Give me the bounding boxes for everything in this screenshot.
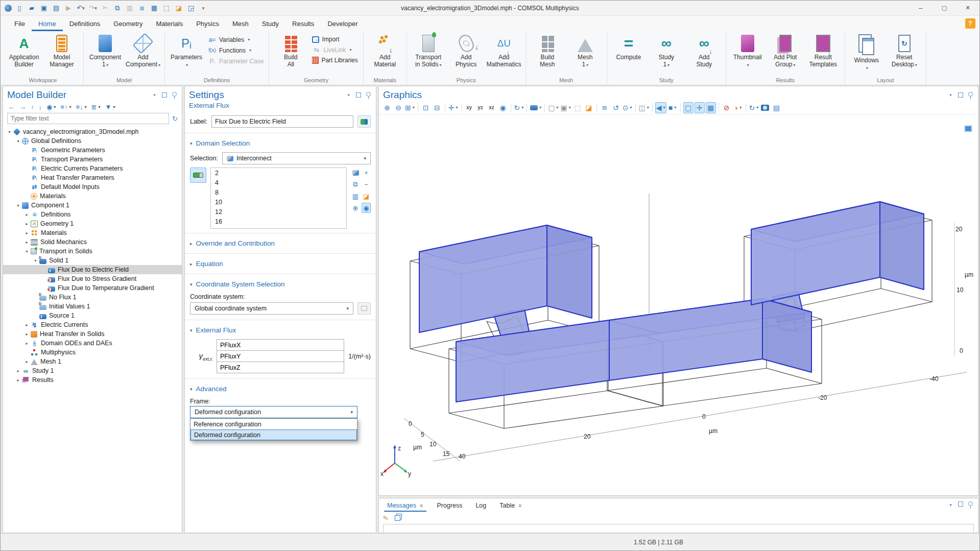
speaker-button[interactable]: ◀▾ (655, 102, 666, 113)
tree-row[interactable]: ▸Study 1 (3, 366, 182, 375)
undo-icon[interactable]: ↶▾ (76, 4, 85, 13)
expand-toggle-icon[interactable]: ▸ (23, 231, 30, 235)
clear-selection-icon[interactable]: ◪ (362, 191, 371, 201)
frame-toggle-button[interactable]: ▢ (683, 102, 694, 113)
expand-toggle-icon[interactable]: ▾ (32, 258, 39, 263)
pin-panel-icon[interactable] (171, 92, 178, 99)
tree-row[interactable]: Heat Transfer Parameters (3, 173, 182, 182)
scene-camera-button[interactable]: ◉ (498, 102, 508, 113)
ribbon-button-parameters[interactable]: Parameters▾ (168, 33, 205, 70)
tree-filter-input[interactable] (7, 113, 169, 124)
pin-panel-icon[interactable] (967, 501, 974, 508)
tree-row[interactable]: ▸Heat Transfer in Solids (3, 329, 182, 339)
save-as-icon[interactable]: ▤ (52, 4, 61, 13)
ribbon-button-functions[interactable]: Functions▾ (206, 46, 266, 55)
tree-row[interactable]: ▸Electric Currents (3, 320, 182, 329)
ribbon-button-parameter-case[interactable]: Parameter Case (206, 57, 266, 65)
tree-row[interactable]: Default Model Inputs (3, 182, 182, 191)
float-panel-icon[interactable] (162, 92, 167, 98)
ribbon-button-reset-desktop[interactable]: ResetDesktop▾ (886, 33, 923, 70)
ribbon-button-windows[interactable]: Windows▾ (848, 33, 885, 74)
copy-messages-icon[interactable] (395, 515, 400, 521)
tree-row[interactable]: ▸Mesh 1 (3, 357, 182, 366)
model-tree-nodes-icon[interactable]: ≣▾ (91, 103, 101, 111)
pin-panel-icon[interactable] (365, 92, 372, 99)
expand-toggle-icon[interactable]: ▸ (15, 378, 21, 382)
tab-definitions[interactable]: Definitions (63, 17, 107, 31)
selection-list-item[interactable]: 10 (211, 198, 346, 208)
panel-menu-caret-icon[interactable]: ▾ (947, 501, 954, 508)
selection-list-item[interactable]: 12 (211, 208, 346, 218)
tree-row[interactable]: ▾Solid 1 (3, 256, 182, 265)
refresh-icon[interactable]: ↻ (172, 115, 178, 123)
wireframe-button[interactable]: ◫▾ (638, 102, 650, 113)
selection-list-item[interactable]: 4 (211, 179, 346, 188)
ribbon-button-livelink[interactable]: LiveLink▾ (310, 45, 360, 54)
go-to-view-button[interactable]: ✛▾ (448, 102, 459, 113)
clear-selection-icon[interactable]: ◪ (174, 4, 183, 13)
tree-row[interactable]: No Flux 1 (3, 293, 182, 302)
expand-toggle-icon[interactable]: ▸ (23, 323, 30, 327)
tree-row[interactable]: ▾Transport in Solids (3, 247, 182, 256)
tree-row[interactable]: Electric Currents Parameters (3, 164, 182, 173)
view-xz-button[interactable]: xz (487, 102, 497, 113)
zoom-extents-button[interactable]: ⊡ (421, 102, 431, 113)
grid-toggle-button[interactable]: ▦ (706, 102, 716, 113)
tab-materials[interactable]: Materials (149, 17, 189, 31)
expand-toggle-icon[interactable]: ▾ (15, 139, 21, 143)
copy-icon[interactable]: ⧉ (113, 4, 122, 13)
selection-list-item[interactable]: 16 (211, 218, 346, 227)
ribbon-button-component[interactable]: Component1▾ (87, 33, 124, 70)
ribbon-button-import[interactable]: Import (310, 35, 360, 43)
flux-field-z[interactable] (217, 362, 344, 373)
graphics-canvas[interactable]: 20100µm40200-20-40µm051015µmzxy (379, 118, 977, 495)
filter-icon[interactable]: ▼▾ (105, 103, 115, 111)
tree-row[interactable]: ▾Component 1 (3, 201, 182, 210)
tab-log[interactable]: Log (472, 500, 489, 512)
update-plot-button[interactable]: ↻▾ (749, 102, 759, 113)
tree-row[interactable]: ▾vacancy_electromigration_3Dmodel.mph (3, 127, 182, 136)
selection-list-item[interactable]: 2 (211, 169, 346, 179)
expand-toggle-icon[interactable]: ▸ (23, 332, 30, 337)
ribbon-button-transport-in-solids[interactable]: Transportin Solids▾ (410, 33, 447, 70)
move-down-icon[interactable]: ↓ (39, 103, 42, 111)
expand-toggle-icon[interactable]: ▾ (15, 203, 21, 208)
view-yz-button[interactable]: yz (475, 102, 486, 113)
add-to-selection-icon[interactable]: ＋ (362, 167, 371, 178)
ribbon-button-add-physics[interactable]: AddPhysics (448, 33, 485, 69)
select-region-icon[interactable]: ⬚ (162, 4, 171, 13)
ribbon-button-thumbnail[interactable]: Thumbnail▾ (729, 33, 766, 70)
tab-study[interactable]: Study (255, 17, 285, 31)
tab-mesh[interactable]: Mesh (226, 17, 255, 31)
create-selection-icon[interactable] (351, 167, 360, 178)
paste-selection-icon[interactable]: ▥ (351, 191, 360, 201)
ribbon-button-build-mesh[interactable]: BuildMesh (529, 33, 566, 69)
tree-row[interactable]: Flux Due to Electric Field (3, 265, 182, 274)
expand-toggle-icon[interactable]: ▸ (23, 240, 30, 245)
collapse-all-icon[interactable]: ≡↑▾ (60, 103, 71, 111)
ribbon-button-result-templates[interactable]: ResultTemplates (805, 33, 842, 69)
float-panel-icon[interactable] (356, 92, 361, 98)
select-box-button[interactable]: ▢▾ (547, 102, 559, 113)
tree-row[interactable]: Source 1 (3, 311, 182, 320)
section-override[interactable]: ▸ Override and Contribution (185, 236, 376, 250)
help-button[interactable]: ? (965, 18, 975, 29)
tree-row[interactable]: ▸Solid Mechanics (3, 237, 182, 247)
close-icon[interactable]: ✕ (419, 503, 423, 509)
tab-progress[interactable]: Progress (434, 500, 465, 512)
select-entities-button[interactable]: ⬚ (572, 102, 583, 113)
copy-selection-icon[interactable]: ⧉ (351, 179, 360, 189)
flux-field-x[interactable] (217, 339, 344, 351)
tree-row[interactable]: ▸Definitions (3, 210, 182, 219)
ribbon-button-add-material[interactable]: AddMaterial (367, 33, 403, 69)
open-file-icon[interactable]: ▰ (27, 4, 36, 13)
maximize-button[interactable]: ▢ (933, 1, 956, 16)
expand-toggle-icon[interactable]: ▸ (23, 222, 30, 226)
zoom-to-selection-icon[interactable]: ⊕ (351, 203, 360, 213)
ribbon-button-add-component[interactable]: AddComponent▾ (125, 33, 161, 70)
tree-row[interactable]: ▸Results (3, 375, 182, 385)
ribbon-button-part-libraries[interactable]: Part Libraries (310, 56, 360, 64)
tab-geometry[interactable]: Geometry (107, 17, 149, 31)
float-panel-icon[interactable] (958, 501, 963, 507)
pin-panel-icon[interactable] (967, 92, 974, 99)
